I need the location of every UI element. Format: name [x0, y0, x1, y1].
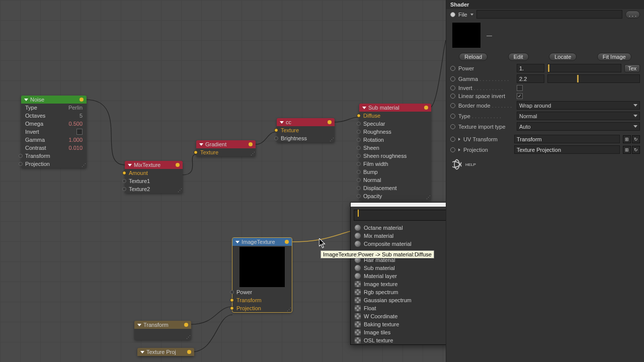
- radio-icon[interactable]: [450, 12, 455, 17]
- lsi-label: Linear space invert: [458, 93, 514, 99]
- item-label: Sub material: [364, 265, 395, 271]
- panel-title: Shader: [446, 0, 644, 9]
- radio-icon[interactable]: [450, 114, 455, 119]
- node-transform[interactable]: Transform ⋰: [134, 321, 191, 340]
- param-label: Projection: [25, 161, 50, 167]
- help-logo[interactable]: HELP: [446, 155, 644, 174]
- resize-handle-icon[interactable]: ⋰: [287, 307, 291, 311]
- checker-icon: [355, 289, 361, 295]
- param-value[interactable]: 0.010: [68, 145, 83, 151]
- chevron-right-icon[interactable]: [458, 138, 460, 141]
- edit-button[interactable]: Edit: [508, 53, 529, 61]
- node-submaterial[interactable]: Sub material DiffuseSpecularRoughnessRot…: [359, 104, 431, 200]
- param-value[interactable]: 1.000: [68, 137, 83, 143]
- gamma-label: Gamma: [458, 76, 514, 82]
- file-path-field[interactable]: [476, 10, 622, 19]
- node-header[interactable]: Gradient: [196, 140, 256, 148]
- radio-icon[interactable]: [450, 147, 455, 152]
- locate-button[interactable]: Locate: [549, 53, 577, 61]
- power-value-field[interactable]: 1.: [517, 64, 544, 72]
- param-label: Invert: [25, 129, 39, 135]
- checker-icon: [355, 337, 361, 343]
- lsi-checkbox[interactable]: ✓: [517, 93, 523, 99]
- node-title: Transform: [143, 322, 169, 328]
- node-noise[interactable]: Noise TypePerlin Octaves5 Omega0.500 Inv…: [21, 96, 87, 168]
- node-title: ImageTexture: [242, 239, 275, 245]
- item-label: Mix material: [364, 233, 393, 239]
- tex-button[interactable]: Tex: [624, 64, 640, 72]
- sphere-icon: [355, 265, 361, 271]
- invert-checkbox[interactable]: [517, 85, 523, 91]
- resize-handle-icon[interactable]: ⋰: [178, 188, 182, 192]
- item-label: Float: [364, 305, 376, 311]
- param-value[interactable]: 0.500: [68, 121, 83, 127]
- item-label: Image texture: [364, 281, 397, 287]
- node-texture-proj[interactable]: Texture Proj: [137, 348, 194, 356]
- radio-icon[interactable]: [450, 103, 455, 108]
- param-label: Contrast: [25, 145, 46, 151]
- browse-button[interactable]: . . .: [625, 11, 640, 19]
- resize-handle-icon[interactable]: ⋰: [82, 163, 86, 167]
- node-title: Sub material: [368, 105, 399, 111]
- sphere-icon: [355, 241, 361, 247]
- node-gradient[interactable]: Gradient Texture ⋰: [196, 140, 256, 156]
- checkbox-icon[interactable]: [76, 129, 83, 135]
- refresh-icon[interactable]: ↻: [632, 135, 640, 143]
- file-label: File: [458, 12, 467, 18]
- param-label: Omega: [25, 121, 43, 127]
- reload-button[interactable]: Reload: [459, 53, 488, 61]
- resize-handle-icon[interactable]: ⋰: [186, 335, 190, 339]
- port-label: Power: [236, 289, 252, 295]
- fit-image-button[interactable]: Fit Image: [597, 53, 631, 61]
- teximport-dropdown[interactable]: Auto: [517, 122, 640, 131]
- projection-field[interactable]: Texture Projection: [514, 145, 620, 154]
- node-noise-header[interactable]: Noise: [21, 96, 87, 104]
- uv-transform-field[interactable]: Transform: [514, 135, 620, 143]
- radio-icon[interactable]: [450, 66, 455, 71]
- node-header[interactable]: MixTexture: [125, 161, 183, 169]
- item-label: W Coordinate: [364, 313, 397, 319]
- port-label: Rotation: [363, 137, 384, 143]
- radio-icon[interactable]: [450, 137, 455, 142]
- resize-handle-icon[interactable]: ⋰: [330, 137, 334, 141]
- grid-icon[interactable]: ⊞: [623, 135, 631, 143]
- port-label: Projection: [236, 305, 261, 311]
- border-mode-dropdown[interactable]: Wrap around: [517, 101, 640, 110]
- refresh-icon[interactable]: ↻: [632, 146, 640, 154]
- node-header[interactable]: Transform: [134, 321, 191, 329]
- sphere-icon: [355, 225, 361, 231]
- port-label: Texture: [200, 149, 218, 155]
- chevron-down-icon[interactable]: [470, 14, 473, 16]
- node-header[interactable]: cc: [277, 118, 335, 126]
- resize-handle-icon[interactable]: ⋰: [426, 195, 430, 199]
- resize-handle-icon[interactable]: ⋰: [251, 151, 255, 155]
- preview-info: —: [487, 32, 492, 38]
- chevron-right-icon[interactable]: [458, 148, 460, 151]
- connection-tooltip: ImageTexture:Power -> Sub material:Diffu…: [320, 250, 434, 258]
- power-label: Power: [458, 65, 514, 71]
- grid-icon[interactable]: ⊞: [623, 146, 631, 154]
- radio-icon[interactable]: [450, 76, 455, 81]
- radio-icon[interactable]: [450, 124, 455, 129]
- node-header[interactable]: Sub material: [359, 104, 431, 112]
- gamma-value-field[interactable]: 2.2: [517, 74, 544, 83]
- port-label: Displacement: [363, 185, 397, 191]
- invert-label: Invert: [458, 85, 514, 91]
- node-cc[interactable]: cc Texture Brightness ⋰: [277, 118, 335, 142]
- item-label: OSL texture: [364, 337, 393, 343]
- port-label: Diffuse: [363, 113, 380, 119]
- port-label: Film width: [363, 161, 388, 167]
- gamma-slider[interactable]: [547, 74, 640, 83]
- power-slider[interactable]: [547, 64, 621, 72]
- type-dropdown[interactable]: Normal: [517, 112, 640, 120]
- node-header[interactable]: ImageTexture: [232, 238, 292, 246]
- node-imagetexture[interactable]: ImageTexture Power Transform Projection …: [232, 238, 292, 312]
- port-label: Roughness: [363, 129, 391, 135]
- param-value[interactable]: Perlin: [68, 105, 83, 111]
- node-header[interactable]: Texture Proj: [137, 348, 194, 356]
- param-label: Gamma: [25, 137, 45, 143]
- node-mixtexture[interactable]: MixTexture Amount Texture1 Texture2 ⋰: [125, 161, 183, 193]
- radio-icon[interactable]: [450, 85, 455, 90]
- param-value[interactable]: 5: [79, 113, 83, 119]
- radio-icon[interactable]: [450, 94, 455, 99]
